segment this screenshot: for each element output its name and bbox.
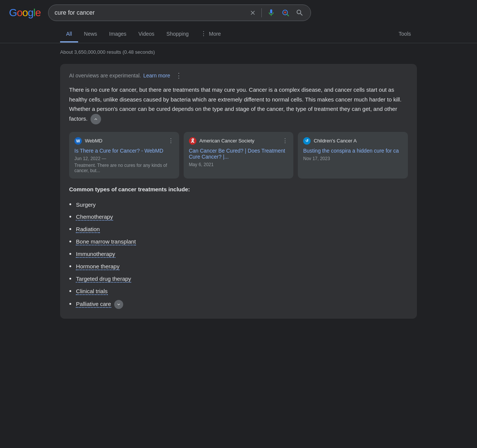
source-site-name-webmd: WebMD xyxy=(85,138,103,144)
collapse-ai-button[interactable] xyxy=(91,114,101,124)
ai-experimental-label: AI overviews are experimental. xyxy=(69,73,141,79)
tab-tools[interactable]: Tools xyxy=(392,26,417,42)
chevron-up-icon xyxy=(93,117,98,122)
treatment-item-palliative: Palliative care xyxy=(69,298,408,311)
source-name-row-acs: 🎗 American Cancer Society xyxy=(189,137,255,145)
treatment-item-immunotherapy: Immunotherapy xyxy=(69,248,408,260)
source-card-title-cca[interactable]: Busting the conspira a hidden cure for c… xyxy=(303,148,403,154)
treatment-chemotherapy[interactable]: Chemotherapy xyxy=(76,213,113,221)
acs-favicon: 🎗 xyxy=(189,137,196,145)
tab-shopping[interactable]: Shopping xyxy=(160,26,195,42)
source-card-date-acs: May 6, 2021 xyxy=(189,162,288,167)
mic-icon xyxy=(267,9,275,17)
header: Google xyxy=(0,0,477,26)
ai-learn-more-link[interactable]: Learn more xyxy=(143,73,170,79)
ai-body-text: There is no cure for cancer, but there a… xyxy=(69,86,402,122)
logo-o2: o xyxy=(22,7,28,18)
treatment-clinical-trials[interactable]: Clinical trials xyxy=(76,288,107,295)
source-card-cca[interactable]: ↺ Children's Cancer A Busting the conspi… xyxy=(298,132,408,179)
lens-icon xyxy=(281,9,290,17)
tab-all[interactable]: All xyxy=(60,26,78,42)
search-submit-button[interactable] xyxy=(295,8,305,18)
source-card-snippet-webmd: Treatment. There are no cures for any ki… xyxy=(74,163,174,173)
source-card-header-acs: 🎗 American Cancer Society ⋮ xyxy=(189,137,288,145)
chevron-down-icon xyxy=(116,302,121,307)
source-card-date-cca: Nov 17, 2023 xyxy=(303,156,403,161)
source-card-title-acs[interactable]: Can Cancer Be Cured? | Does Treatment Cu… xyxy=(189,148,288,160)
treatment-targeted[interactable]: Targeted drug therapy xyxy=(76,275,131,283)
source-card-header-cca: ↺ Children's Cancer A xyxy=(303,137,403,145)
search-bar-wrapper xyxy=(48,5,311,21)
treatment-item-bone-marrow: Bone marrow transplant xyxy=(69,236,408,248)
close-icon xyxy=(249,9,256,16)
tab-videos[interactable]: Videos xyxy=(133,26,161,42)
search-icons xyxy=(249,8,305,18)
treatment-radiation[interactable]: Radiation xyxy=(76,226,100,233)
ai-overview-container: AI overviews are experimental. Learn mor… xyxy=(60,64,417,319)
tab-news[interactable]: News xyxy=(78,26,103,42)
logo-e: e xyxy=(35,7,41,18)
logo-g: G xyxy=(9,7,17,18)
treatment-hormone[interactable]: Hormone therapy xyxy=(76,263,119,270)
google-logo: Google xyxy=(9,7,41,19)
tab-images[interactable]: Images xyxy=(103,26,133,42)
source-card-title-webmd[interactable]: Is There a Cure for Cancer? - WebMD xyxy=(74,148,174,154)
nav-tabs: All News Images Videos Shopping ⋮More To… xyxy=(0,26,477,43)
expand-palliative-button[interactable] xyxy=(114,300,123,309)
treatment-item-radiation: Radiation xyxy=(69,223,408,236)
palliative-row: Palliative care xyxy=(76,300,123,309)
ai-overview-header: AI overviews are experimental. Learn mor… xyxy=(69,71,408,80)
treatment-item-hormone: Hormone therapy xyxy=(69,260,408,273)
result-count: About 3,650,000,000 results (0.48 second… xyxy=(0,43,477,58)
divider xyxy=(261,8,262,17)
source-card-webmd[interactable]: W WebMD ⋮ Is There a Cure for Cancer? - … xyxy=(69,132,179,179)
source-card-acs[interactable]: 🎗 American Cancer Society ⋮ Can Cancer B… xyxy=(184,132,294,179)
search-icon xyxy=(296,9,304,17)
source-card-date-webmd: Jun 12, 2022 — xyxy=(74,156,174,161)
treatment-palliative[interactable]: Palliative care xyxy=(76,301,111,308)
source-site-name-cca: Children's Cancer A xyxy=(314,138,356,144)
search-bar xyxy=(48,5,311,21)
more-dots-icon: ⋮ xyxy=(201,30,207,37)
webmd-favicon: W xyxy=(74,137,82,145)
treatment-item-targeted: Targeted drug therapy xyxy=(69,273,408,285)
ai-overview-body: There is no cure for cancer, but there a… xyxy=(69,85,408,124)
treatment-immunotherapy[interactable]: Immunotherapy xyxy=(76,251,115,258)
lens-search-button[interactable] xyxy=(281,8,290,18)
treatment-item-chemotherapy: Chemotherapy xyxy=(69,211,408,223)
cancer-treatments-heading: Common types of cancer treatments includ… xyxy=(69,186,408,192)
cancer-treatments-section: Common types of cancer treatments includ… xyxy=(69,186,408,311)
svg-point-1 xyxy=(284,11,287,13)
source-site-name-acs: American Cancer Society xyxy=(199,138,255,144)
search-input[interactable] xyxy=(54,9,245,16)
treatment-surgery: Surgery xyxy=(76,201,96,208)
source-name-row-cca: ↺ Children's Cancer A xyxy=(303,137,356,145)
logo-g2: g xyxy=(28,7,33,18)
result-count-text: About 3,650,000,000 results (0.48 second… xyxy=(60,49,155,55)
source-name-row: W WebMD xyxy=(74,137,103,145)
source-card-options-button-webmd[interactable]: ⋮ xyxy=(168,137,174,144)
clear-search-button[interactable] xyxy=(249,9,257,17)
logo-o: o xyxy=(17,7,23,18)
voice-search-button[interactable] xyxy=(266,8,276,18)
treatment-bone-marrow[interactable]: Bone marrow transplant xyxy=(76,238,136,245)
treatment-item-surgery: Surgery xyxy=(69,198,408,211)
treatments-list: Surgery Chemotherapy Radiation Bone marr… xyxy=(69,198,408,311)
ai-options-button[interactable]: ⋮ xyxy=(175,71,182,80)
treatment-item-clinical: Clinical trials xyxy=(69,285,408,298)
source-card-header-webmd: W WebMD ⋮ xyxy=(74,137,174,145)
cca-favicon: ↺ xyxy=(303,137,311,145)
tab-more[interactable]: ⋮More xyxy=(195,26,227,43)
source-card-options-button-acs[interactable]: ⋮ xyxy=(282,137,288,144)
source-cards: W WebMD ⋮ Is There a Cure for Cancer? - … xyxy=(69,132,408,179)
